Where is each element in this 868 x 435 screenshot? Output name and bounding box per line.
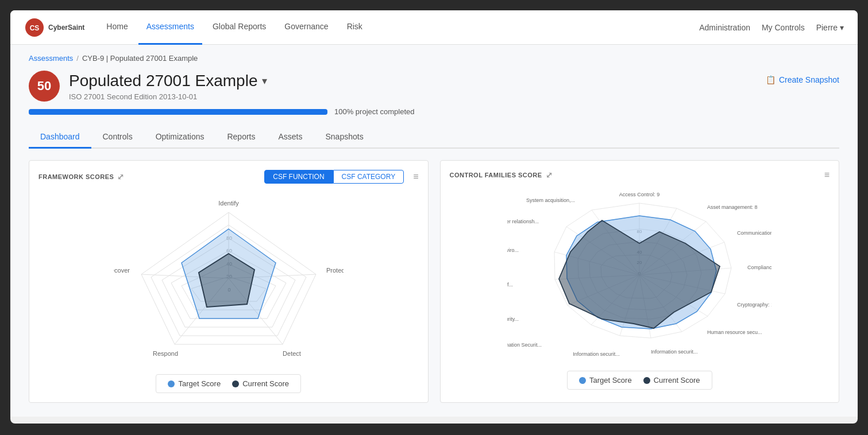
snapshot-label: Create Snapshot [779, 75, 839, 84]
breadcrumb-current: CYB-9 | Populated 27001 Example [82, 54, 198, 63]
breadcrumb-separator: / [76, 54, 79, 63]
progress-row: 100% project completed [29, 107, 839, 116]
header-row: 50 Populated 27001 Example ▾ ISO 27001 S… [29, 71, 839, 102]
svg-text:Human resource secu...: Human resource secu... [707, 329, 762, 335]
user-menu[interactable]: Pierre ▾ [816, 23, 844, 32]
framework-scores-card: FRAMEWORK SCORES ⤢ CSF FUNCTION CSF CATE… [29, 160, 429, 403]
user-name: Pierre [816, 23, 838, 32]
svg-text:CS: CS [30, 24, 40, 32]
tab-reports[interactable]: Reports [215, 126, 267, 149]
framework-chart-body: Identify Protect Detect Respond Recover … [38, 189, 419, 393]
main-content: Assessments / CYB-9 | Populated 27001 Ex… [10, 45, 858, 417]
framework-chart-title: FRAMEWORK SCORES ⤢ [38, 172, 125, 181]
framework-radar-svg: Identify Protect Detect Respond Recover … [114, 189, 344, 367]
tab-optimizations[interactable]: Optimizations [144, 126, 216, 149]
tab-dashboard[interactable]: Dashboard [29, 126, 91, 149]
nav-links: Home Assessments Global Reports Governan… [98, 10, 699, 45]
svg-text:Communications secu...: Communications secu... [737, 230, 771, 236]
framework-chart-legend: Target Score Current Score [156, 374, 301, 393]
charts-row: FRAMEWORK SCORES ⤢ CSF FUNCTION CSF CATE… [29, 160, 839, 403]
nav-governance[interactable]: Governance [276, 10, 336, 45]
svg-text:Recover: Recover [114, 267, 130, 274]
svg-text:Compliance: 18: Compliance: 18 [747, 265, 771, 270]
tab-controls[interactable]: Controls [91, 126, 144, 149]
brand-name: CyberSaint [48, 24, 84, 32]
breadcrumb-parent[interactable]: Assessments [29, 54, 73, 63]
cf-legend-current: Current Score [643, 376, 700, 384]
svg-text:Physical and enviro...: Physical and enviro... [507, 247, 519, 253]
svg-text:Respond: Respond [153, 350, 178, 357]
legend-current-dot [232, 380, 239, 387]
svg-text:Access Control: 9: Access Control: 9 [619, 192, 660, 197]
legend-target: Target Score [168, 379, 221, 388]
toggle-csf-category[interactable]: CSF CATEGORY [333, 170, 404, 184]
tabs: Dashboard Controls Optimizations Reports… [29, 126, 839, 149]
nav-home[interactable]: Home [98, 10, 136, 45]
svg-text:Organization of inf...: Organization of inf... [507, 282, 513, 288]
cf-legend-target: Target Score [579, 376, 632, 384]
framework-chart-header: FRAMEWORK SCORES ⤢ CSF FUNCTION CSF CATE… [38, 170, 419, 184]
header-left: 50 Populated 27001 Example ▾ ISO 27001 S… [29, 71, 267, 102]
toggle-csf-function[interactable]: CSF FUNCTION [264, 170, 333, 184]
project-info: Populated 27001 Example ▾ ISO 27001 Seco… [69, 72, 267, 101]
legend-target-dot [168, 380, 175, 387]
nav-my-controls[interactable]: My Controls [762, 23, 805, 32]
navbar: CS CyberSaint Home Assessments Global Re… [10, 10, 858, 45]
control-families-expand-icon[interactable]: ⤢ [546, 170, 553, 180]
svg-text:Cryptography: 10: Cryptography: 10 [737, 302, 771, 308]
navbar-right: Administration My Controls Pierre ▾ [699, 23, 844, 32]
control-families-chart-body: Access Control: 9 Asset management: 8 Co… [450, 186, 830, 390]
project-title-text: Populated 27001 Example [69, 72, 257, 90]
svg-text:Information securit...: Information securit... [573, 351, 620, 357]
svg-text:Supplier relationsh...: Supplier relationsh... [507, 219, 539, 224]
create-snapshot-button[interactable]: 📋 Create Snapshot [766, 75, 839, 84]
progress-label: 100% project completed [334, 107, 414, 116]
svg-text:System acquisition,...: System acquisition,... [526, 197, 575, 203]
svg-text:Protect: Protect [326, 267, 344, 274]
cf-legend-target-dot [579, 377, 586, 384]
framework-menu-icon[interactable]: ≡ [413, 172, 418, 182]
progress-bar-inner [29, 109, 327, 115]
framework-toggle: CSF FUNCTION CSF CATEGORY [264, 170, 404, 184]
user-chevron-icon: ▾ [840, 23, 844, 32]
project-title: Populated 27001 Example ▾ [69, 72, 267, 90]
brand-logo[interactable]: CS CyberSaint [24, 17, 84, 38]
legend-target-label: Target Score [178, 379, 221, 388]
nav-assessments[interactable]: Assessments [138, 10, 202, 45]
progress-bar-outer [29, 109, 327, 115]
tab-snapshots[interactable]: Snapshots [314, 126, 375, 149]
framework-expand-icon[interactable]: ⤢ [117, 172, 125, 181]
nav-administration[interactable]: Administration [699, 23, 750, 32]
project-subtitle: ISO 27001 Second Edition 2013-10-01 [69, 92, 267, 101]
cf-legend-current-dot [643, 377, 650, 384]
svg-text:Information securit...: Information securit... [651, 349, 698, 355]
svg-text:Asset management: 8: Asset management: 8 [707, 204, 758, 210]
breadcrumb: Assessments / CYB-9 | Populated 27001 Ex… [29, 54, 839, 63]
control-families-menu-icon[interactable]: ≡ [824, 170, 830, 180]
svg-text:Information Securit...: Information Securit... [507, 342, 542, 348]
svg-text:Identify: Identify [218, 200, 239, 207]
cf-legend-target-label: Target Score [589, 376, 632, 384]
svg-text:Operations security...: Operations security... [507, 316, 519, 322]
score-badge: 50 [29, 71, 60, 102]
svg-text:Detect: Detect [283, 350, 301, 357]
cf-legend-current-label: Current Score [654, 376, 700, 384]
control-families-legend: Target Score Current Score [567, 371, 712, 390]
control-families-radar-svg: Access Control: 9 Asset management: 8 Co… [507, 186, 771, 364]
nav-risk[interactable]: Risk [339, 10, 371, 45]
tab-assets[interactable]: Assets [267, 126, 314, 149]
control-families-header: CONTROL FAMILIES SCORE ⤢ ≡ [450, 170, 830, 180]
control-families-card: CONTROL FAMILIES SCORE ⤢ ≡ Access Contro… [440, 160, 840, 403]
snapshot-icon: 📋 [766, 75, 776, 84]
nav-global-reports[interactable]: Global Reports [205, 10, 274, 45]
control-families-title: CONTROL FAMILIES SCORE ⤢ [450, 170, 553, 180]
legend-current: Current Score [232, 379, 289, 388]
legend-current-label: Current Score [242, 379, 289, 388]
project-dropdown-icon[interactable]: ▾ [262, 75, 267, 87]
